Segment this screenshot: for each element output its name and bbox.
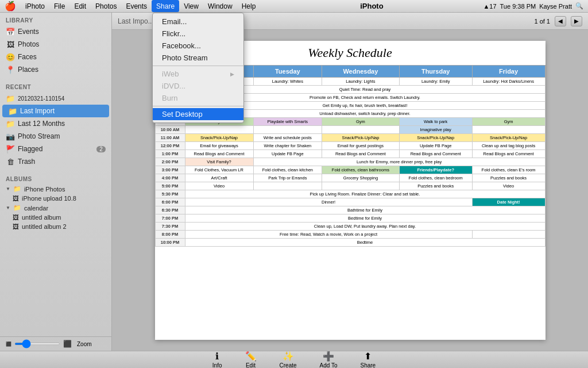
photostream-icon: 📷	[6, 132, 15, 141]
next-button[interactable]: ▶	[571, 16, 582, 26]
trash-icon: 🗑	[6, 157, 15, 166]
sidebar-label-folder1: 20120321-110154	[18, 95, 64, 102]
table-cell: Pick up Living Room. Finalize Dinner: Cl…	[185, 190, 545, 198]
col-friday: Friday	[472, 66, 545, 78]
table-cell: Fold clothes, clean bathrooms	[322, 166, 400, 174]
app-title: iPhoto	[260, 2, 483, 10]
sidebar-item-photos[interactable]: 🖼 Photos	[0, 38, 111, 51]
table-row: 7:00 PM Bedtime for Emily	[155, 214, 545, 223]
sidebar-item-places[interactable]: 📍 Places	[0, 63, 111, 76]
table-cell: Email for giveaways	[185, 142, 253, 150]
menu-help[interactable]: Help	[237, 0, 261, 12]
sidebar-group-iphonephotos[interactable]: ▼ 📁 iPhone Photos	[0, 184, 111, 194]
breadcrumb: Last Impo...	[118, 17, 154, 25]
prev-button[interactable]: ◀	[555, 16, 566, 26]
library-header: LIBRARY	[0, 13, 111, 25]
share-icon: ⬆	[364, 351, 372, 362]
edit-tool[interactable]: ✏️ Edit	[245, 351, 257, 368]
sidebar-label-untitled1: untitled album	[22, 214, 61, 221]
sidebar-zoom-bar: ⬛ ⬛ Zoom	[0, 336, 111, 351]
table-cell: Lunch for Emmy, more dinner prep, free p…	[253, 158, 545, 166]
calendar-icon: 📁	[13, 204, 21, 212]
menu-share[interactable]: Share	[152, 0, 179, 12]
sidebar-item-faces[interactable]: 😊 Faces	[0, 51, 111, 63]
table-cell: Read Blogs and Comment	[185, 150, 253, 158]
menu-edit[interactable]: Edit	[69, 0, 91, 12]
menubar: 🍎 iPhoto File Edit Photos Events Share V…	[0, 0, 588, 13]
sidebar-item-untitled1[interactable]: 🖼 untitled album	[0, 213, 111, 222]
table-cell: Update FB Page	[253, 150, 322, 158]
sidebar-label-lastimport: Last Import	[20, 107, 55, 115]
table-cell: Walk to park	[399, 118, 472, 126]
menu-window[interactable]: Window	[203, 0, 237, 12]
sidebar-item-last12[interactable]: 📁 Last 12 Months	[0, 117, 111, 130]
table-cell: Snack/Pick-Up/Nap	[399, 134, 472, 142]
sidebar-label-flagged: Flagged	[18, 145, 42, 153]
create-label: Create	[280, 362, 297, 368]
sidebar-item-events[interactable]: 📅 Events	[0, 25, 111, 38]
table-cell: Visit Family?	[185, 158, 253, 166]
edit-icon: ✏️	[245, 351, 257, 362]
time-cell: 1:00 PM	[155, 150, 185, 158]
menu-item-idvd: iDVD...	[153, 80, 243, 92]
sidebar-item-trash[interactable]: 🗑 Trash	[0, 155, 111, 168]
table-cell: Dinner!	[185, 198, 472, 206]
table-cell: Gym	[472, 118, 545, 126]
sidebar-item-iphoneupload[interactable]: 🖼 iPhone upload 10.8	[0, 194, 111, 203]
table-cell: Puzzles and books	[472, 174, 545, 182]
sidebar-label-photostream: Photo Stream	[18, 132, 60, 140]
sidebar: LIBRARY 📅 Events 🖼 Photos 😊 Faces 📍 Plac…	[0, 13, 112, 351]
menu-file[interactable]: File	[49, 0, 69, 12]
menu-item-flickr[interactable]: Flickr...	[153, 28, 243, 40]
menu-iphoto[interactable]: iPhoto	[21, 0, 49, 12]
create-tool[interactable]: ✨ Create	[280, 351, 297, 368]
sidebar-item-untitled2[interactable]: 🖼 untitled album 2	[0, 222, 111, 231]
col-thursday: Thursday	[399, 66, 472, 78]
addto-tool[interactable]: ➕ Add To	[320, 351, 338, 368]
menu-item-photostream[interactable]: Photo Stream	[153, 52, 243, 64]
apple-menu[interactable]: 🍎	[0, 0, 21, 12]
table-cell	[253, 126, 322, 134]
menu-events[interactable]: Events	[121, 0, 152, 12]
sidebar-label-events: Events	[18, 28, 39, 36]
sidebar-item-photostream[interactable]: 📷 Photo Stream	[0, 130, 111, 143]
table-cell: Playdate with Smarts	[253, 118, 322, 126]
table-cell: Art/Craft	[185, 174, 253, 182]
folder1-icon: 📁	[6, 94, 15, 103]
table-row: 5:00 PM Video Puzzles and books Video	[155, 182, 545, 190]
sidebar-label-faces: Faces	[18, 53, 37, 61]
toolbar-right: 1 of 1 ◀ ▶	[534, 16, 582, 26]
menu-view[interactable]: View	[179, 0, 203, 12]
table-cell: Laundry: Lights	[322, 78, 400, 86]
share-menu: Email... Flickr... Facebook... Photo Str…	[152, 13, 244, 123]
table-cell: Snack/Pick-Up/Nap	[322, 134, 400, 142]
table-row: 12:00 PM Email for giveaways Write chapt…	[155, 142, 545, 150]
table-cell: Write and schedule posts	[253, 134, 322, 142]
table-row: 5:30 PM Pick up Living Room. Finalize Di…	[155, 190, 545, 198]
menu-photos[interactable]: Photos	[91, 0, 121, 12]
sidebar-item-lastimport[interactable]: 📁 Last Import	[2, 105, 109, 117]
table-cell: Friends/Playdate?	[399, 166, 472, 174]
menu-item-email[interactable]: Email...	[153, 16, 243, 28]
table-cell: Snack/Pick-Up/Nap	[472, 134, 545, 142]
share-tool[interactable]: ⬆ Share	[360, 351, 376, 368]
table-cell: Read Blogs and Comment	[322, 150, 400, 158]
places-icon: 📍	[6, 65, 15, 74]
table-cell: Email for guest postings	[322, 142, 400, 150]
sidebar-group-calendar[interactable]: ▼ 📁 calendar	[0, 203, 111, 213]
triangle-iphonephotos: ▼	[6, 186, 10, 191]
menu-item-facebook[interactable]: Facebook...	[153, 40, 243, 52]
table-cell: Laundry: Emily	[399, 78, 472, 86]
menu-divider-1	[153, 66, 243, 66]
time-cell: 6:00 PM	[155, 198, 185, 206]
albums-header: ALBUMS	[0, 171, 111, 184]
table-cell	[472, 126, 545, 134]
photos-icon: 🖼	[6, 40, 15, 49]
menu-item-setdesktop[interactable]: Set Desktop	[153, 108, 243, 120]
zoom-slider[interactable]	[14, 343, 60, 345]
sidebar-item-folder1[interactable]: 📁 20120321-110154	[0, 92, 111, 105]
search-icon[interactable]: 🔍	[575, 2, 583, 10]
info-tool[interactable]: ℹ Info	[212, 351, 222, 368]
col-wednesday: Wednesday	[322, 66, 400, 78]
sidebar-item-flagged[interactable]: 🚩 Flagged 2	[0, 143, 111, 155]
